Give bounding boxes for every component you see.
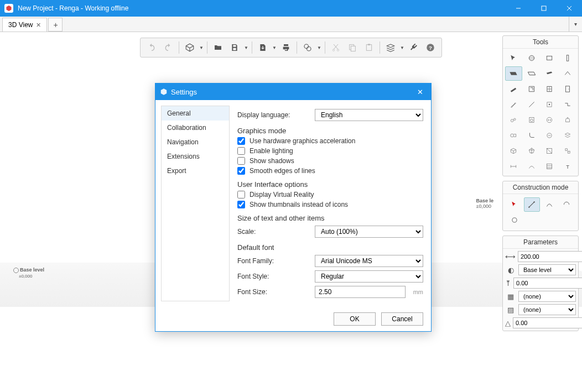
tool-washer[interactable] [523, 113, 541, 127]
cut-button[interactable] [328, 40, 344, 55]
tool-select[interactable] [505, 51, 522, 65]
chk-shadows[interactable]: Show shadows [237, 157, 423, 165]
redo-button[interactable] [160, 40, 176, 55]
undo-button[interactable] [144, 40, 159, 55]
dialog-titlebar[interactable]: Settings ✕ [155, 83, 431, 100]
chk-vr[interactable]: Display Virtual Reality [237, 191, 423, 198]
nav-collaboration[interactable]: Collaboration [162, 121, 229, 135]
help-button[interactable]: ? [423, 40, 438, 55]
nav-navigation[interactable]: Navigation [162, 135, 229, 149]
project-dropdown[interactable]: ▼ [199, 45, 204, 50]
tabbar-menu[interactable]: ▾ [569, 17, 582, 32]
new-tab-button[interactable]: + [48, 18, 63, 32]
tool-opening[interactable] [523, 82, 541, 96]
settings-nav: General Collaboration Navigation Extensi… [161, 106, 230, 301]
tab-close-icon[interactable]: ✕ [36, 22, 41, 29]
paste-button[interactable] [361, 40, 377, 55]
tool-window[interactable] [541, 82, 558, 96]
tool-beam[interactable] [541, 66, 558, 81]
tool-layers[interactable] [559, 128, 576, 143]
project-button[interactable] [182, 40, 198, 55]
svg-point-30 [547, 117, 552, 122]
tool-dimension[interactable] [505, 159, 522, 174]
construction-panel-title: Construction mode [503, 181, 578, 194]
window-maximize[interactable] [531, 0, 557, 17]
tool-fixture[interactable] [559, 113, 576, 127]
tool-rebar[interactable] [541, 97, 558, 112]
cancel-button[interactable]: Cancel [381, 312, 423, 326]
cmode-arc[interactable] [559, 197, 575, 212]
cmode-arc3p[interactable] [541, 197, 558, 212]
save-dropdown[interactable]: ▼ [243, 45, 249, 50]
styles-dropdown[interactable]: ▼ [316, 45, 322, 50]
print-button[interactable] [278, 40, 294, 55]
tool-sphere[interactable] [523, 51, 541, 65]
param-angle-input[interactable] [513, 317, 582, 328]
dialog-title: Settings [171, 88, 197, 96]
dialog-close-icon[interactable]: ✕ [413, 88, 427, 96]
copy-button[interactable] [345, 40, 360, 55]
tool-wall[interactable] [505, 66, 522, 81]
tool-equipment[interactable] [505, 113, 522, 127]
font-style-select[interactable]: Regular [315, 270, 423, 283]
tool-stair[interactable] [505, 97, 522, 112]
chk-lighting[interactable]: Enable lighting [237, 147, 423, 155]
export-button[interactable] [255, 40, 271, 55]
svg-point-27 [514, 118, 516, 121]
param-style2-select[interactable]: (none) [518, 304, 576, 315]
tool-roof[interactable] [559, 66, 576, 81]
tool-duct[interactable] [505, 128, 522, 143]
font-size-label: Font Size: [237, 288, 315, 296]
save-button[interactable] [227, 40, 242, 55]
svg-rect-28 [529, 117, 534, 122]
tool-line[interactable] [523, 97, 541, 112]
font-family-select[interactable]: Arial Unicode MS [315, 255, 423, 267]
settings-button[interactable] [406, 40, 422, 55]
tool-plane[interactable] [541, 51, 558, 65]
tool-door[interactable] [559, 82, 576, 96]
open-button[interactable] [210, 40, 226, 55]
tool-outlet[interactable] [541, 113, 558, 127]
chk-thumbs[interactable]: Show thumbnails instead of icons [237, 201, 423, 208]
cmode-line[interactable] [524, 197, 541, 212]
svg-point-15 [529, 57, 534, 59]
tool-slab[interactable] [523, 66, 541, 81]
scale-select[interactable]: Auto (100%) [315, 226, 423, 238]
tool-fitting[interactable] [523, 128, 541, 143]
param-thickness-input[interactable] [518, 251, 582, 262]
tab-3d-view[interactable]: 3D View ✕ [2, 18, 47, 32]
display-language-select[interactable]: English [315, 109, 423, 121]
tool-accessory[interactable] [541, 128, 558, 143]
ok-button[interactable]: OK [334, 312, 376, 326]
chk-hw-accel[interactable]: Use hardware graphics acceleration [237, 137, 423, 145]
font-size-input[interactable] [315, 286, 406, 298]
chk-smooth[interactable]: Smooth edges of lines [237, 167, 423, 175]
tool-ramp[interactable] [505, 82, 522, 96]
window-minimize[interactable] [506, 0, 531, 17]
tool-section[interactable] [541, 144, 558, 158]
tool-arc[interactable] [523, 159, 541, 174]
param-offset-input[interactable] [513, 278, 582, 289]
param-level-select[interactable]: Base level [518, 264, 576, 275]
cmode-circle[interactable] [506, 213, 523, 227]
svg-rect-16 [547, 56, 552, 60]
tool-text[interactable]: T [559, 159, 576, 174]
tool-pipe[interactable] [559, 97, 576, 112]
window-close[interactable] [557, 0, 582, 17]
tool-cube[interactable] [505, 144, 522, 158]
export-dropdown[interactable]: ▼ [272, 45, 277, 50]
styles-button[interactable] [300, 40, 315, 55]
nav-general[interactable]: General [162, 106, 229, 121]
font-header: Default font [237, 243, 423, 252]
tool-polyhedron[interactable] [523, 144, 541, 158]
layers-dropdown[interactable]: ▼ [399, 45, 405, 50]
cmode-point[interactable] [506, 197, 523, 212]
nav-export[interactable]: Export [162, 164, 229, 178]
param-style1-select[interactable]: (none) [518, 291, 576, 302]
layers-button[interactable] [383, 40, 398, 55]
nav-extensions[interactable]: Extensions [162, 149, 229, 164]
tool-column[interactable] [559, 51, 576, 65]
tool-element[interactable] [559, 144, 576, 158]
tool-hatch[interactable] [541, 159, 558, 174]
svg-rect-21 [565, 86, 569, 92]
